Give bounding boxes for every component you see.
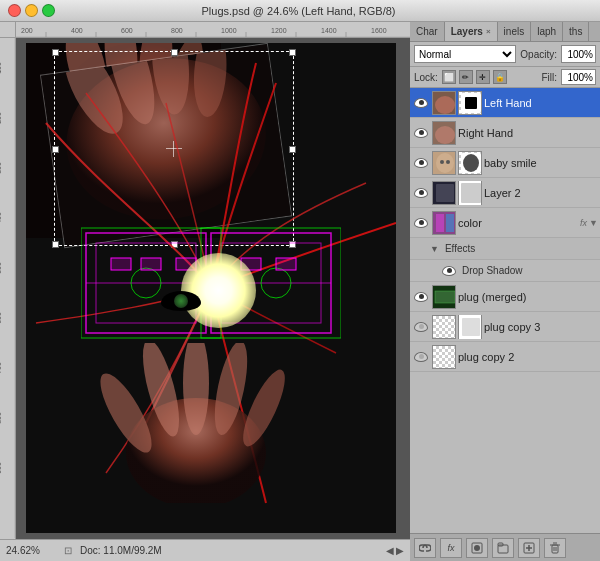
- svg-text:400: 400: [71, 27, 83, 34]
- lock-transparent-icon[interactable]: ⬜: [442, 70, 456, 84]
- layer-thumb-right-hand: [432, 121, 456, 145]
- layer-thumb-plug-copy-2: [432, 345, 456, 369]
- delete-layer-button[interactable]: [544, 538, 566, 558]
- fill-input[interactable]: [561, 69, 596, 85]
- layer-item-baby-smile[interactable]: baby smile: [410, 148, 600, 178]
- scroll-left-icon[interactable]: ◀: [386, 545, 394, 556]
- zoom-level: 24.62%: [6, 545, 56, 556]
- svg-point-66: [446, 160, 450, 164]
- lock-paint-icon[interactable]: ✏: [459, 70, 473, 84]
- layer-visibility-plug-merged[interactable]: [412, 288, 430, 306]
- collapse-effects-icon[interactable]: ▼: [430, 244, 439, 254]
- main-layout: 200 400 600 800 1000 1200 1400 1600: [0, 22, 600, 561]
- canvas-area[interactable]: 200 400 600 800 1000 1200 1400 1600: [0, 22, 410, 561]
- panel-toolbar: fx: [410, 533, 600, 561]
- layer-thumb-layer-2: [432, 181, 456, 205]
- svg-text:800: 800: [0, 412, 2, 424]
- layer-visibility-plug-copy-2[interactable]: [412, 348, 430, 366]
- close-tab-icon[interactable]: ×: [486, 27, 491, 36]
- svg-rect-48: [111, 258, 131, 270]
- layer-item-plug-merged[interactable]: plug (merged): [410, 282, 600, 312]
- ruler-left: 100 200 300 400 500 600 700 800 900: [0, 38, 16, 539]
- lock-all-icon[interactable]: 🔒: [493, 70, 507, 84]
- effects-label: Effects: [445, 243, 475, 254]
- svg-text:1400: 1400: [321, 27, 337, 34]
- tab-inels[interactable]: inels: [498, 22, 532, 41]
- svg-rect-72: [461, 183, 481, 203]
- svg-text:700: 700: [0, 362, 2, 374]
- effect-visibility-drop-shadow[interactable]: [440, 262, 458, 280]
- layer-item-color[interactable]: color fx ▼: [410, 208, 600, 238]
- svg-rect-52: [276, 258, 296, 270]
- layer-name-layer-2: Layer 2: [484, 187, 598, 199]
- layer-visibility-color[interactable]: [412, 214, 430, 232]
- layer-thumb-color: [432, 211, 456, 235]
- layer-visibility-plug-copy-3[interactable]: [412, 318, 430, 336]
- layer-name-baby-smile: baby smile: [484, 157, 598, 169]
- group-button[interactable]: [492, 538, 514, 558]
- svg-text:1600: 1600: [371, 27, 387, 34]
- opacity-input[interactable]: [561, 45, 596, 63]
- layer-item-right-hand[interactable]: Right Hand: [410, 118, 600, 148]
- scroll-right-icon[interactable]: ▶: [396, 545, 404, 556]
- tab-ths[interactable]: ths: [563, 22, 589, 41]
- blend-mode-row: Normal Opacity:: [410, 42, 600, 67]
- fx-button[interactable]: fx: [440, 538, 462, 558]
- new-layer-button[interactable]: [518, 538, 540, 558]
- layer-name-left-hand: Left Hand: [484, 97, 598, 109]
- layer-name-right-hand: Right Hand: [458, 127, 598, 139]
- layer-item-plug-copy-2[interactable]: plug copy 2: [410, 342, 600, 372]
- lock-icons: ⬜ ✏ ✛ 🔒: [442, 70, 507, 84]
- svg-text:500: 500: [0, 262, 2, 274]
- layer-name-color: color: [458, 217, 578, 229]
- layers-list: Left Hand Right Hand: [410, 88, 600, 533]
- layer-visibility-baby-smile[interactable]: [412, 154, 430, 172]
- layer-item-left-hand[interactable]: Left Hand: [410, 88, 600, 118]
- svg-rect-87: [552, 545, 558, 553]
- layer-visibility-left-hand[interactable]: [412, 94, 430, 112]
- svg-point-65: [440, 160, 444, 164]
- layer-visibility-layer-2[interactable]: [412, 184, 430, 202]
- fx-badge: fx: [580, 218, 587, 228]
- tab-layers[interactable]: Layers ×: [445, 22, 498, 41]
- tab-laph[interactable]: laph: [531, 22, 563, 41]
- layer-visibility-right-hand[interactable]: [412, 124, 430, 142]
- canvas-content[interactable]: [16, 38, 410, 539]
- svg-rect-74: [436, 214, 444, 232]
- layer-item-plug-copy-3[interactable]: plug copy 3: [410, 312, 600, 342]
- canvas-image: [26, 43, 396, 533]
- panel-tabs: Char Layers × inels laph ths: [410, 22, 600, 42]
- layer-mask-baby-smile: [458, 151, 482, 175]
- window-title: Plugs.psd @ 24.6% (Left Hand, RGB/8): [55, 5, 542, 17]
- layer-name-plug-copy-3: plug copy 3: [484, 321, 598, 333]
- ruler-top: 200 400 600 800 1000 1200 1400 1600: [16, 22, 410, 38]
- expand-effects-icon[interactable]: ▼: [589, 218, 598, 228]
- svg-rect-70: [436, 184, 454, 202]
- ruler-corner: [0, 22, 16, 38]
- mask-button[interactable]: [466, 538, 488, 558]
- minimize-button[interactable]: [25, 4, 38, 17]
- drop-shadow-label: Drop Shadow: [462, 265, 523, 276]
- layer-mask-left-hand: [458, 91, 482, 115]
- tab-char[interactable]: Char: [410, 22, 445, 41]
- svg-rect-62: [465, 97, 477, 109]
- svg-point-64: [436, 153, 454, 173]
- fill-label: Fill:: [541, 72, 557, 83]
- blend-mode-select[interactable]: Normal: [414, 45, 516, 63]
- layer-item-layer-2[interactable]: Layer 2: [410, 178, 600, 208]
- lock-position-icon[interactable]: ✛: [476, 70, 490, 84]
- svg-point-63: [435, 126, 455, 144]
- svg-point-81: [474, 545, 480, 551]
- scroll-controls[interactable]: ◀ ▶: [386, 545, 404, 556]
- svg-rect-77: [435, 291, 455, 303]
- close-button[interactable]: [8, 4, 21, 17]
- window-controls: [8, 4, 55, 17]
- doc-info: Doc: 11.0M/99.2M: [80, 545, 378, 556]
- link-layers-button[interactable]: [414, 538, 436, 558]
- title-bar: Plugs.psd @ 24.6% (Left Hand, RGB/8): [0, 0, 600, 22]
- svg-text:600: 600: [0, 312, 2, 324]
- svg-text:400: 400: [0, 212, 2, 224]
- effect-drop-shadow[interactable]: Drop Shadow: [410, 260, 600, 282]
- effects-group[interactable]: ▼ Effects: [410, 238, 600, 260]
- maximize-button[interactable]: [42, 4, 55, 17]
